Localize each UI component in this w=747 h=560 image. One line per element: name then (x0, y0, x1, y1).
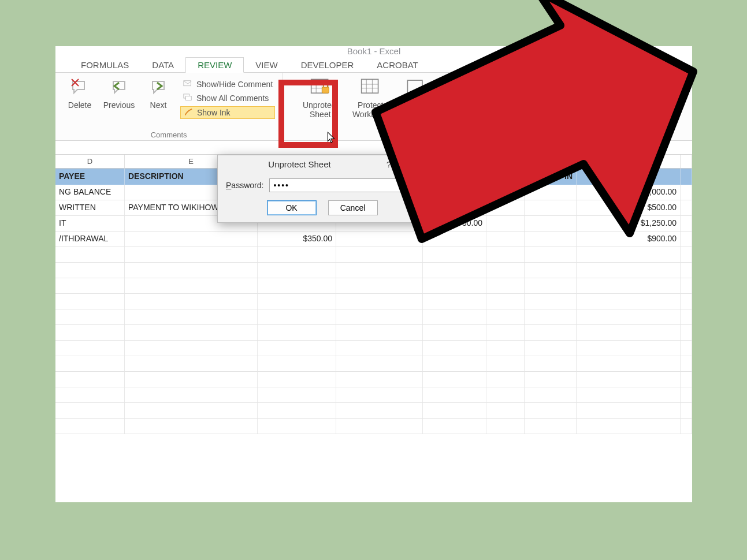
cell[interactable] (486, 341, 525, 356)
cell[interactable] (125, 309, 258, 324)
cell[interactable] (525, 309, 577, 324)
cell[interactable] (55, 325, 125, 340)
cell[interactable] (486, 278, 525, 293)
col-letter-h[interactable]: H (423, 155, 486, 168)
cell[interactable] (577, 387, 681, 402)
cell[interactable]: $500.00 (577, 200, 681, 215)
tab-acrobat[interactable]: ACROBAT (365, 58, 429, 72)
cell[interactable]: $1,250.00 (577, 216, 681, 231)
tab-data[interactable]: DATA (140, 58, 185, 72)
table-row[interactable] (55, 325, 692, 341)
cell[interactable] (423, 387, 486, 402)
cell[interactable] (486, 403, 525, 418)
cell[interactable] (525, 232, 577, 247)
show-ink-button[interactable]: Show Ink (180, 106, 275, 119)
cell[interactable] (577, 341, 681, 356)
cell[interactable] (525, 387, 577, 402)
password-input[interactable] (269, 178, 418, 192)
cell[interactable] (486, 216, 525, 231)
cell[interactable] (486, 309, 525, 324)
cell[interactable] (258, 263, 336, 278)
cell[interactable]: NG BALANCE (55, 185, 125, 200)
cell[interactable] (258, 419, 336, 434)
cell[interactable] (125, 356, 258, 371)
cell[interactable] (577, 419, 681, 434)
cell[interactable] (423, 247, 486, 262)
delete-comment-button[interactable]: Delete (62, 76, 97, 110)
cell[interactable] (577, 278, 681, 293)
cell[interactable] (486, 325, 525, 340)
cell[interactable] (258, 278, 336, 293)
col-letter-k[interactable]: K (577, 155, 681, 168)
cell[interactable]: $350.00 (258, 232, 336, 247)
cell[interactable] (577, 247, 681, 262)
cell[interactable] (486, 356, 525, 371)
cell[interactable] (125, 419, 258, 434)
cell[interactable] (423, 278, 486, 293)
cell[interactable] (336, 232, 423, 247)
table-row[interactable] (55, 419, 692, 434)
cell[interactable] (55, 419, 125, 434)
table-row[interactable]: /ITHDRAWAL$350.00$900.00 (55, 232, 692, 247)
cell[interactable] (423, 263, 486, 278)
cell[interactable] (525, 263, 577, 278)
cell[interactable] (336, 309, 423, 324)
cell[interactable] (55, 247, 125, 262)
table-row[interactable] (55, 294, 692, 309)
col-letter-i[interactable]: I (486, 155, 525, 168)
table-row[interactable] (55, 356, 692, 372)
cell[interactable] (258, 247, 336, 262)
cell[interactable] (577, 325, 681, 340)
table-row[interactable] (55, 372, 692, 387)
cell[interactable] (486, 263, 525, 278)
table-row[interactable] (55, 387, 692, 403)
cell[interactable] (577, 294, 681, 309)
cell[interactable] (258, 294, 336, 309)
cell[interactable] (55, 356, 125, 371)
cell[interactable] (336, 387, 423, 402)
cell[interactable] (486, 372, 525, 387)
cell[interactable] (423, 200, 486, 215)
cell[interactable]: WRITTEN (55, 200, 125, 215)
cell[interactable] (55, 263, 125, 278)
cell[interactable] (258, 403, 336, 418)
cell[interactable]: /ITHDRAWAL (55, 232, 125, 247)
table-row[interactable] (55, 247, 692, 263)
cell[interactable] (423, 356, 486, 371)
cell[interactable] (486, 232, 525, 247)
cell[interactable] (525, 294, 577, 309)
cell[interactable] (525, 185, 577, 200)
cell[interactable] (55, 403, 125, 418)
cell[interactable] (525, 372, 577, 387)
cell[interactable] (525, 278, 577, 293)
cell[interactable] (125, 403, 258, 418)
cell[interactable] (525, 247, 577, 262)
cell[interactable] (423, 294, 486, 309)
table-row[interactable] (55, 403, 692, 419)
cell[interactable] (336, 356, 423, 371)
cell[interactable] (258, 309, 336, 324)
cell[interactable] (125, 325, 258, 340)
cell[interactable] (55, 309, 125, 324)
cell[interactable] (486, 419, 525, 434)
cell[interactable] (577, 263, 681, 278)
cell[interactable] (125, 387, 258, 402)
cell[interactable] (525, 216, 577, 231)
next-comment-button[interactable]: Next (141, 76, 176, 110)
cell[interactable] (258, 325, 336, 340)
tab-formulas[interactable]: FORMULAS (69, 58, 140, 72)
cell[interactable] (336, 419, 423, 434)
previous-comment-button[interactable]: Previous (102, 76, 136, 110)
cell[interactable] (125, 341, 258, 356)
cell[interactable] (125, 247, 258, 262)
cell[interactable] (486, 247, 525, 262)
tab-view[interactable]: VIEW (244, 58, 289, 72)
cell[interactable]: $1,000.00 (577, 185, 681, 200)
cell[interactable] (423, 419, 486, 434)
cell[interactable] (423, 325, 486, 340)
cell[interactable] (423, 309, 486, 324)
cell[interactable] (525, 403, 577, 418)
ok-button[interactable]: OK (267, 200, 317, 215)
cell[interactable] (525, 200, 577, 215)
cell[interactable] (525, 325, 577, 340)
